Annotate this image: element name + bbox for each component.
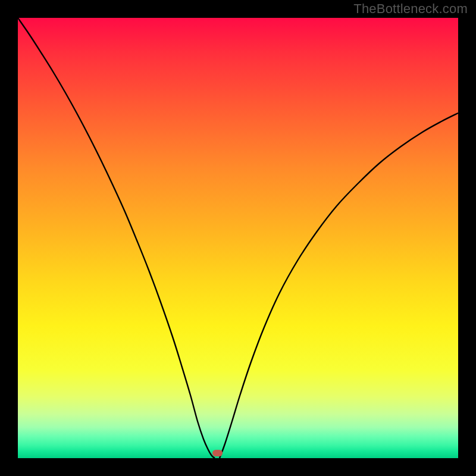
curve-left-path bbox=[18, 18, 215, 458]
watermark-text: TheBottleneck.com bbox=[353, 1, 468, 17]
curve-right-path bbox=[220, 113, 458, 458]
optimal-point-marker bbox=[212, 450, 223, 456]
bottleneck-curve bbox=[18, 18, 458, 458]
chart-frame: TheBottleneck.com bbox=[0, 0, 476, 476]
plot-area bbox=[18, 18, 458, 458]
